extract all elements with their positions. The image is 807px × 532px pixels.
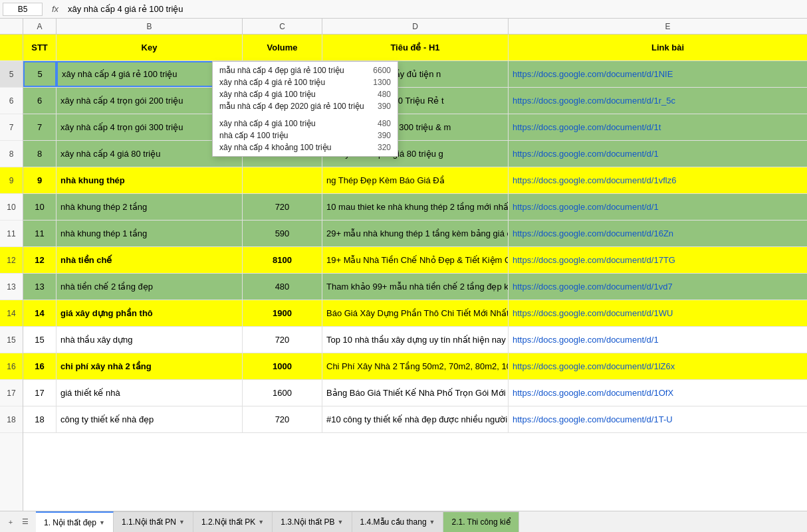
cell-link[interactable]: https://docs.google.com/document/d/1WU — [509, 300, 807, 326]
cell-stt[interactable]: 18 — [23, 406, 57, 432]
cell-tieu-de[interactable]: 10 mau thiet ke nhà khung thép 2 tầng mớ… — [322, 194, 509, 220]
cell-tieu-de[interactable]: ng Thép Đẹp Kèm Báo Giá Đầ — [322, 167, 509, 193]
col-header-c[interactable]: C — [243, 19, 322, 34]
cell-tieu-de[interactable]: Báo Giá Xây Dựng Phần Thô Chi Tiết Mới N… — [322, 300, 509, 326]
row-num-13: 13 — [0, 274, 23, 300]
cell-stt[interactable]: 12 — [23, 247, 57, 273]
tab-2[interactable]: 1.2.Nội thất PK▼ — [193, 511, 273, 532]
tab-1[interactable]: 1.1.Nội thất PN▼ — [114, 511, 193, 532]
dropdown-popup: mẫu nhà cấp 4 đẹp giá rẻ 100 triệu6600xâ… — [212, 61, 398, 157]
header-tieu-de: Tiêu đề - H1 — [322, 35, 509, 60]
cell-stt[interactable]: 9 — [23, 167, 57, 193]
cell-key[interactable]: công ty thiết kế nhà đẹp — [57, 406, 243, 432]
cell-key[interactable]: nhà tiền chế 2 tầng đẹp — [57, 274, 243, 300]
cell-link[interactable]: https://docs.google.com/document/d/16Zn — [509, 221, 807, 246]
cell-link[interactable]: https://docs.google.com/document/d/1 — [509, 141, 807, 167]
cell-stt[interactable]: 15 — [23, 327, 57, 353]
cell-stt[interactable]: 16 — [23, 353, 57, 379]
cell-link[interactable]: https://docs.google.com/document/d/1 — [509, 194, 807, 220]
col-header-b[interactable]: B — [57, 19, 243, 34]
table-row: 8 xây nhà cấp 4 giá 80 triệu m xây nhà c… — [23, 141, 807, 167]
col-header-a[interactable]: A — [23, 19, 57, 34]
cell-link[interactable]: https://docs.google.com/document/d/1vd7 — [509, 274, 807, 300]
cell-stt[interactable]: 13 — [23, 274, 57, 300]
cell-tieu-de[interactable]: 29+ mẫu nhà khung thép 1 tầng kèm bảng g… — [322, 221, 509, 246]
formula-input[interactable]: xây nhà cấp 4 giá rẻ 100 triệu — [68, 4, 804, 14]
row-num-14: 14 — [0, 300, 23, 327]
cell-volume[interactable]: 8100 — [243, 247, 322, 273]
data-rows: 5 xây nhà cấp 4 giá rẻ 100 triệu ▼ giá r… — [23, 61, 807, 433]
cell-key[interactable]: giá xây dựng phần thô — [57, 300, 243, 326]
row-num-12: 12 — [0, 247, 23, 274]
dropdown-item[interactable]: mẫu nhà cấp 4 đẹp giá rẻ 100 triệu6600 — [213, 64, 398, 76]
tab-label: 1.4.Mẫu cầu thang — [360, 517, 427, 527]
cell-link[interactable]: https://docs.google.com/document/d/1t — [509, 114, 807, 140]
row-num-15: 15 — [0, 327, 23, 353]
cell-stt[interactable]: 7 — [23, 114, 57, 140]
formula-bar: B5 fx xây nhà cấp 4 giá rẻ 100 triệu — [0, 0, 807, 19]
cell-link[interactable]: https://docs.google.com/document/d/1lZ6x — [509, 353, 807, 379]
tab-label: 1.1.Nội thất PN — [122, 517, 176, 527]
dropdown-item[interactable]: xây nhà cấp 4 giá 100 triệu480 — [213, 118, 398, 130]
row-num-spacer — [0, 19, 23, 34]
cell-volume[interactable]: 720 — [243, 406, 322, 432]
tab-add-button[interactable]: + — [4, 515, 17, 529]
cell-link[interactable]: https://docs.google.com/document/d/1T-U — [509, 406, 807, 432]
cell-stt[interactable]: 8 — [23, 141, 57, 167]
table-row: 15 nhà thầu xây dựng 720 Top 10 nhà thầu… — [23, 327, 807, 353]
cell-key[interactable]: nhà khung thép — [57, 167, 243, 193]
cell-volume[interactable] — [243, 167, 322, 193]
cell-key[interactable]: nhà khung thép 2 tầng — [57, 194, 243, 220]
cell-tieu-de[interactable]: Bảng Báo Giá Thiết Kế Nhà Phố Trọn Gói M… — [322, 380, 509, 406]
cell-link[interactable]: https://docs.google.com/document/d/1NIE — [509, 61, 807, 87]
dropdown-item[interactable]: nhà cấp 4 100 triệu390 — [213, 130, 398, 141]
cell-volume[interactable]: 1000 — [243, 353, 322, 379]
cell-key[interactable]: nhà tiền chế — [57, 247, 243, 273]
cell-key[interactable]: giá thiết kế nhà — [57, 380, 243, 406]
header-row: STT Key Volume Tiêu đề - H1 Link bài — [23, 35, 807, 61]
col-header-e[interactable]: E — [509, 19, 807, 34]
cell-tieu-de[interactable]: Tham khảo 99+ mẫu nhà tiền chế 2 tầng đẹ… — [322, 274, 509, 300]
tab-menu-button[interactable]: ☰ — [19, 515, 32, 529]
cell-tieu-de[interactable]: 19+ Mẫu Nhà Tiền Chế Nhỏ Đẹp & Tiết Kiệm… — [322, 247, 509, 273]
dropdown-item[interactable]: xây nhà cấp 4 giá rẻ 100 triệu1300 — [213, 76, 398, 88]
cell-stt[interactable]: 6 — [23, 88, 57, 114]
tab-5[interactable]: 2.1. Thi công kiể — [443, 511, 519, 532]
cell-link[interactable]: https://docs.google.com/document/d/1r_5c — [509, 88, 807, 114]
dropdown-item[interactable]: xây nhà cấp 4 giá 100 triệu480 — [213, 88, 398, 100]
tab-dropdown-arrow: ▼ — [99, 519, 105, 526]
dropdown-item[interactable]: xây nhà cấp 4 khoảng 100 triệu320 — [213, 141, 398, 153]
cell-key[interactable]: nhà khung thép 1 tầng — [57, 221, 243, 246]
table-row: 11 nhà khung thép 1 tầng 590 29+ mẫu nhà… — [23, 221, 807, 247]
cell-link[interactable]: https://docs.google.com/document/d/17TG — [509, 247, 807, 273]
cell-link[interactable]: https://docs.google.com/document/d/1 — [509, 327, 807, 353]
cell-volume[interactable]: 720 — [243, 327, 322, 353]
tab-0[interactable]: 1. Nội thất đẹp▼ — [36, 511, 114, 532]
column-headers: A B C D E — [0, 19, 807, 35]
cell-reference[interactable]: B5 — [3, 3, 43, 16]
cell-link[interactable]: https://docs.google.com/document/d/1vflz… — [509, 167, 807, 193]
cell-link[interactable]: https://docs.google.com/document/d/1OfX — [509, 380, 807, 406]
table-row: 7 xây nhà cấp 4 trọn gói 300 triệu nhà c… — [23, 114, 807, 141]
cell-stt[interactable]: 5 — [23, 61, 57, 87]
header-key: Key — [57, 35, 243, 60]
cell-volume[interactable]: 1600 — [243, 380, 322, 406]
cell-key[interactable]: chi phí xây nhà 2 tầng — [57, 353, 243, 379]
cell-volume[interactable]: 1900 — [243, 300, 322, 326]
cell-stt[interactable]: 11 — [23, 221, 57, 246]
tab-3[interactable]: 1.3.Nội thất PB▼ — [273, 511, 352, 532]
cell-tieu-de[interactable]: #10 công ty thiết kế nhà đẹp được nhiều … — [322, 406, 509, 432]
cell-volume[interactable]: 590 — [243, 221, 322, 246]
dropdown-item[interactable]: mẫu nhà cấp 4 đẹp 2020 giá rẻ 100 triệu3… — [213, 100, 398, 112]
row-num-header — [0, 35, 23, 61]
cell-volume[interactable]: 720 — [243, 194, 322, 220]
cell-stt[interactable]: 17 — [23, 380, 57, 406]
col-header-d[interactable]: D — [322, 19, 509, 34]
cell-stt[interactable]: 10 — [23, 194, 57, 220]
cell-stt[interactable]: 14 — [23, 300, 57, 326]
cell-tieu-de[interactable]: Chi Phí Xây Nhà 2 Tầng 50m2, 70m2, 80m2,… — [322, 353, 509, 379]
cell-key[interactable]: nhà thầu xây dựng — [57, 327, 243, 353]
cell-volume[interactable]: 480 — [243, 274, 322, 300]
tab-4[interactable]: 1.4.Mẫu cầu thang▼ — [352, 511, 444, 532]
cell-tieu-de[interactable]: Top 10 nhà thầu xây dựng uy tín nhất hiệ… — [322, 327, 509, 353]
